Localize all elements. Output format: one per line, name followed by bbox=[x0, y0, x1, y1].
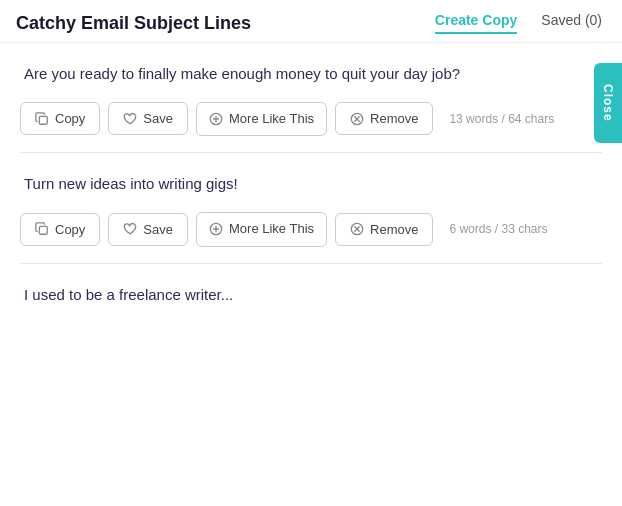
remove-icon-2 bbox=[350, 222, 364, 236]
copy-button-2[interactable]: Copy bbox=[20, 213, 100, 246]
remove-button-1[interactable]: Remove bbox=[335, 102, 433, 135]
save-button-2[interactable]: Save bbox=[108, 213, 188, 246]
result-item: Are you ready to finally make enough mon… bbox=[20, 43, 602, 153]
plus-circle-icon-2 bbox=[209, 222, 223, 236]
result-actions-1: Copy Save More Like This bbox=[20, 102, 602, 137]
page-header: Catchy Email Subject Lines Create Copy S… bbox=[0, 0, 622, 43]
close-sidebar-button[interactable]: Close bbox=[594, 63, 622, 143]
more-like-this-button-1[interactable]: More Like This bbox=[196, 102, 327, 137]
page-title: Catchy Email Subject Lines bbox=[16, 13, 251, 34]
remove-button-2[interactable]: Remove bbox=[335, 213, 433, 246]
result-text-2: Turn new ideas into writing gigs! bbox=[20, 173, 602, 196]
copy-button-1[interactable]: Copy bbox=[20, 102, 100, 135]
result-actions-2: Copy Save More Like This bbox=[20, 212, 602, 247]
svg-rect-7 bbox=[39, 227, 47, 235]
tab-create-copy[interactable]: Create Copy bbox=[435, 12, 517, 34]
main-content: Are you ready to finally make enough mon… bbox=[0, 43, 622, 338]
more-like-this-button-2[interactable]: More Like This bbox=[196, 212, 327, 247]
word-count-1: 13 words / 64 chars bbox=[449, 112, 554, 126]
tab-saved[interactable]: Saved (0) bbox=[541, 12, 602, 34]
result-item-3: I used to be a freelance writer... bbox=[20, 264, 602, 339]
copy-icon bbox=[35, 112, 49, 126]
plus-circle-icon bbox=[209, 112, 223, 126]
save-button-1[interactable]: Save bbox=[108, 102, 188, 135]
copy-icon-2 bbox=[35, 222, 49, 236]
heart-icon bbox=[123, 112, 137, 126]
svg-rect-0 bbox=[39, 116, 47, 124]
result-text-1: Are you ready to finally make enough mon… bbox=[20, 63, 602, 86]
header-tabs: Create Copy Saved (0) bbox=[435, 12, 602, 34]
result-item-2: Turn new ideas into writing gigs! Copy bbox=[20, 153, 602, 263]
remove-icon bbox=[350, 112, 364, 126]
word-count-2: 6 words / 33 chars bbox=[449, 222, 547, 236]
heart-icon-2 bbox=[123, 222, 137, 236]
result-text-3: I used to be a freelance writer... bbox=[20, 284, 602, 307]
